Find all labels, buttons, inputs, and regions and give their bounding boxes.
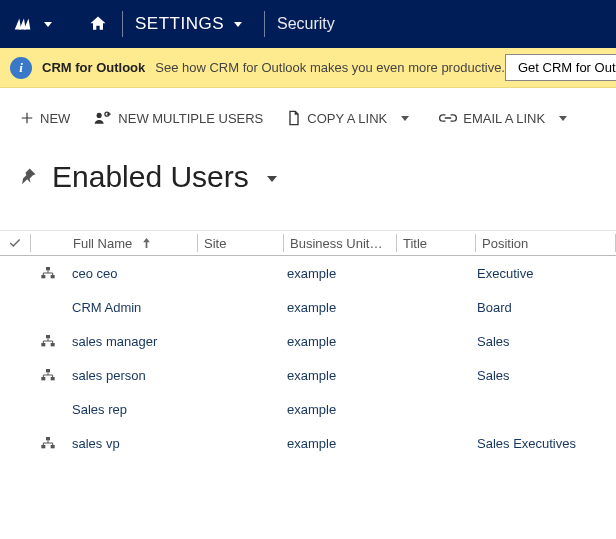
svg-rect-12 bbox=[41, 377, 45, 380]
cell-business-unit: example bbox=[281, 368, 393, 383]
grid-header-row: Full Name Site Business Unit… Title Posi… bbox=[0, 230, 616, 256]
nav-settings-menu[interactable]: SETTINGS bbox=[123, 0, 264, 48]
users-grid: Full Name Site Business Unit… Title Posi… bbox=[0, 230, 616, 460]
nav-logo-segment[interactable] bbox=[0, 0, 74, 48]
select-all-checkbox[interactable] bbox=[0, 236, 30, 250]
info-icon: i bbox=[10, 57, 32, 79]
chevron-down-icon bbox=[234, 22, 242, 27]
email-link-dropdown[interactable] bbox=[553, 108, 573, 128]
cell-position: Board bbox=[471, 300, 616, 315]
column-header-title[interactable]: Title bbox=[397, 236, 475, 251]
cell-position: Sales bbox=[471, 334, 616, 349]
nav-security-label: Security bbox=[277, 15, 335, 33]
svg-rect-9 bbox=[41, 343, 45, 346]
hierarchy-button[interactable] bbox=[30, 368, 66, 382]
table-row[interactable]: Sales repexample bbox=[0, 392, 616, 426]
cell-fullname: Sales rep bbox=[66, 402, 196, 417]
view-title-dropdown[interactable]: Enabled Users bbox=[52, 160, 277, 194]
cell-position: Executive bbox=[471, 266, 616, 281]
cell-business-unit: example bbox=[281, 266, 393, 281]
cell-fullname: ceo ceo bbox=[66, 266, 196, 281]
cmd-label: EMAIL A LINK bbox=[463, 111, 545, 126]
cell-fullname: CRM Admin bbox=[66, 300, 196, 315]
svg-rect-14 bbox=[46, 437, 50, 440]
svg-rect-5 bbox=[46, 267, 50, 270]
svg-rect-6 bbox=[41, 275, 45, 278]
svg-rect-10 bbox=[51, 343, 55, 346]
svg-rect-11 bbox=[46, 369, 50, 372]
column-header-site[interactable]: Site bbox=[198, 236, 283, 251]
document-icon bbox=[287, 110, 301, 126]
cmd-label: NEW bbox=[40, 111, 70, 126]
pin-icon[interactable] bbox=[18, 166, 38, 189]
users-plus-icon bbox=[94, 111, 112, 125]
column-label: Position bbox=[482, 236, 528, 251]
column-header-position[interactable]: Position bbox=[476, 236, 615, 251]
cell-fullname: sales person bbox=[66, 368, 196, 383]
link-icon bbox=[439, 112, 457, 124]
caret-down-icon bbox=[401, 116, 409, 121]
hierarchy-button[interactable] bbox=[30, 266, 66, 280]
plus-icon bbox=[20, 111, 34, 125]
column-label: Full Name bbox=[73, 236, 132, 251]
table-row[interactable]: ceo ceoexampleExecutive bbox=[0, 256, 616, 290]
new-button[interactable]: NEW bbox=[10, 107, 80, 130]
grid-body: ceo ceoexampleExecutiveCRM AdminexampleB… bbox=[0, 256, 616, 460]
email-link-button[interactable]: EMAIL A LINK bbox=[429, 107, 555, 130]
caret-down-icon bbox=[267, 176, 277, 182]
column-label: Site bbox=[204, 236, 226, 251]
nav-home-button[interactable] bbox=[74, 0, 122, 48]
cell-business-unit: example bbox=[281, 300, 393, 315]
page-header: Enabled Users bbox=[0, 136, 616, 202]
cmd-label: NEW MULTIPLE USERS bbox=[118, 111, 263, 126]
svg-rect-13 bbox=[51, 377, 55, 380]
caret-down-icon bbox=[559, 116, 567, 121]
svg-rect-15 bbox=[41, 445, 45, 448]
banner-title: CRM for Outlook bbox=[42, 60, 145, 75]
checkmark-icon bbox=[8, 236, 22, 250]
chevron-down-icon bbox=[44, 22, 52, 27]
banner-text: See how CRM for Outlook makes you even m… bbox=[155, 60, 505, 75]
cell-fullname: sales vp bbox=[66, 436, 196, 451]
svg-point-3 bbox=[97, 113, 102, 118]
column-separator bbox=[30, 234, 31, 252]
hierarchy-icon bbox=[40, 266, 56, 280]
cell-business-unit: example bbox=[281, 334, 393, 349]
dynamics-logo-icon bbox=[12, 13, 34, 35]
nav-settings-label: SETTINGS bbox=[135, 14, 224, 34]
cell-business-unit: example bbox=[281, 436, 393, 451]
svg-rect-7 bbox=[51, 275, 55, 278]
hierarchy-icon bbox=[40, 334, 56, 348]
copy-link-dropdown[interactable] bbox=[395, 108, 415, 128]
table-row[interactable]: sales vpexampleSales Executives bbox=[0, 426, 616, 460]
svg-marker-2 bbox=[24, 19, 30, 30]
page-title: Enabled Users bbox=[52, 160, 249, 193]
hierarchy-icon bbox=[40, 368, 56, 382]
outlook-banner: i CRM for Outlook See how CRM for Outloo… bbox=[0, 48, 616, 88]
column-header-business-unit[interactable]: Business Unit… bbox=[284, 236, 396, 251]
column-label: Business Unit… bbox=[290, 236, 382, 251]
column-label: Title bbox=[403, 236, 427, 251]
cell-fullname: sales manager bbox=[66, 334, 196, 349]
get-crm-button[interactable]: Get CRM for Outlook bbox=[505, 54, 616, 81]
column-header-fullname[interactable]: Full Name bbox=[67, 236, 197, 251]
cell-business-unit: example bbox=[281, 402, 393, 417]
table-row[interactable]: CRM AdminexampleBoard bbox=[0, 290, 616, 324]
cell-position: Sales bbox=[471, 368, 616, 383]
sort-asc-icon bbox=[142, 236, 151, 251]
top-navbar: SETTINGS Security bbox=[0, 0, 616, 48]
copy-link-button[interactable]: COPY A LINK bbox=[277, 106, 397, 130]
svg-rect-8 bbox=[46, 335, 50, 338]
table-row[interactable]: sales managerexampleSales bbox=[0, 324, 616, 358]
cell-position: Sales Executives bbox=[471, 436, 616, 451]
hierarchy-icon bbox=[40, 436, 56, 450]
svg-rect-16 bbox=[51, 445, 55, 448]
nav-security-link[interactable]: Security bbox=[265, 0, 347, 48]
home-icon bbox=[88, 14, 108, 34]
table-row[interactable]: sales personexampleSales bbox=[0, 358, 616, 392]
new-multiple-users-button[interactable]: NEW MULTIPLE USERS bbox=[84, 107, 273, 130]
hierarchy-button[interactable] bbox=[30, 436, 66, 450]
command-bar: NEW NEW MULTIPLE USERS COPY A LINK EMAIL… bbox=[0, 88, 616, 136]
cmd-label: COPY A LINK bbox=[307, 111, 387, 126]
hierarchy-button[interactable] bbox=[30, 334, 66, 348]
